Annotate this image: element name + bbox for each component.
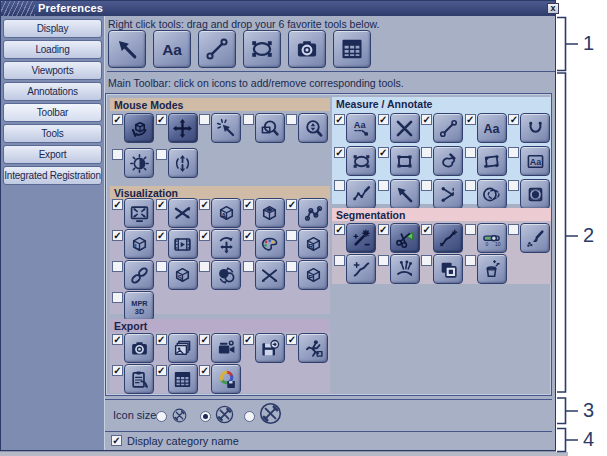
tool-button-pointer-sparkle[interactable]	[211, 113, 241, 143]
tool-button-roi-stamp[interactable]	[520, 179, 550, 209]
tool-button-zoom-region[interactable]	[255, 113, 285, 143]
checkbox-scissors-cut[interactable]: ✓	[378, 224, 389, 235]
tool-button-cross-marker[interactable]	[390, 113, 420, 143]
checkbox-cross-reference[interactable]	[243, 261, 254, 272]
tool-button-cube-orientation[interactable]	[255, 198, 285, 228]
tool-button-nudge-contour[interactable]	[390, 254, 420, 284]
tool-button-pan[interactable]	[168, 113, 198, 143]
checkbox-cube-orientation[interactable]: ✓	[243, 199, 254, 210]
checkbox-arrow-annotation[interactable]	[378, 180, 389, 191]
titlebar[interactable]: Preferences x	[1, 1, 555, 16]
tool-button-cube-a[interactable]: A	[211, 198, 241, 228]
checkbox-threshold-slider[interactable]	[465, 224, 476, 235]
favorite-tool-text-annotation[interactable]: Aa	[153, 30, 191, 68]
tool-button-quick-export[interactable]	[298, 333, 328, 363]
tool-button-line-measure[interactable]	[433, 113, 463, 143]
favorite-tool-snapshot-camera[interactable]	[288, 30, 326, 68]
favorite-tool-table-export[interactable]	[333, 30, 371, 68]
checkbox-stack-scroll[interactable]	[156, 149, 167, 160]
checkbox-copy-mask[interactable]	[421, 255, 432, 266]
checkbox-snapshot-camera[interactable]: ✓	[112, 334, 123, 345]
tool-button-paint-brush[interactable]	[520, 223, 550, 253]
tool-button-cube-p[interactable]: P	[298, 260, 328, 290]
checkbox-circle-intersect[interactable]	[465, 180, 476, 191]
icon-size-radio-small[interactable]	[156, 411, 167, 422]
sidebar-tab-loading[interactable]: Loading	[3, 40, 102, 59]
tool-button-cube-s[interactable]: S	[168, 260, 198, 290]
tool-button-arrow-annotation[interactable]	[390, 179, 420, 209]
checkbox-mpr-3d[interactable]	[112, 292, 123, 303]
tool-button-copy-mask[interactable]	[433, 254, 463, 284]
checkbox-text-box[interactable]	[508, 147, 519, 158]
checkbox-clipboard-copy[interactable]: ✓	[112, 365, 123, 376]
tool-button-mpr-cross[interactable]	[168, 198, 198, 228]
tool-button-freehand-roi[interactable]	[433, 146, 463, 176]
checkbox-text-arrow[interactable]: ✓	[334, 114, 345, 125]
tool-button-stack-scroll[interactable]	[168, 148, 198, 178]
tool-button-zoom-lens[interactable]	[298, 113, 328, 143]
favorite-tool-line-measure[interactable]	[198, 30, 236, 68]
sidebar-tab-display[interactable]: Display	[3, 19, 102, 38]
tool-button-cube-l[interactable]: L	[124, 229, 154, 259]
tool-button-save-disk[interactable]	[255, 333, 285, 363]
checkbox-cross-marker[interactable]: ✓	[378, 114, 389, 125]
checkbox-cube-p[interactable]	[286, 261, 297, 272]
checkbox-zoom-region[interactable]	[243, 114, 254, 125]
tool-button-table-export[interactable]	[168, 364, 198, 394]
tool-button-cine-film[interactable]	[168, 229, 198, 259]
sidebar-tab-export[interactable]: Export	[3, 145, 102, 164]
checkbox-rotate-pan-3d[interactable]: ✓	[199, 230, 210, 241]
checkbox-photo-stack[interactable]: ✓	[156, 334, 167, 345]
tool-button-fill-adjust[interactable]	[477, 254, 507, 284]
tool-button-text-box[interactable]: Aa	[520, 146, 550, 176]
tool-button-snapshot-camera[interactable]	[124, 333, 154, 363]
checkbox-fill-adjust[interactable]	[465, 255, 476, 266]
checkbox-mpr-cross[interactable]: ✓	[156, 199, 167, 210]
checkbox-curve-3d[interactable]: ✓	[286, 199, 297, 210]
tool-button-rotate-pan-3d[interactable]	[211, 229, 241, 259]
checkbox-magic-wand[interactable]: ✓	[334, 224, 345, 235]
tool-button-circle-intersect[interactable]	[477, 179, 507, 209]
checkbox-video-export[interactable]: ✓	[199, 334, 210, 345]
checkbox-cine-film[interactable]: ✓	[156, 230, 167, 241]
checkbox-line-measure[interactable]: ✓	[421, 114, 432, 125]
tool-button-curve-3d[interactable]	[298, 198, 328, 228]
checkbox-pointer-sparkle[interactable]	[199, 114, 210, 125]
tool-button-cube-r[interactable]: R	[298, 229, 328, 259]
sidebar-tab-tools[interactable]: Tools	[3, 124, 102, 143]
checkbox-fullscreen[interactable]: ✓	[112, 199, 123, 210]
checkbox-window-level[interactable]	[112, 149, 123, 160]
checkbox-angle-measure[interactable]	[421, 180, 432, 191]
tool-button-magic-wand[interactable]	[346, 223, 376, 253]
close-button[interactable]: x	[547, 3, 559, 14]
tool-button-ellipse-roi[interactable]	[346, 146, 376, 176]
checkbox-palette[interactable]: ✓	[243, 230, 254, 241]
tool-button-mpr-3d[interactable]: MPR3D	[124, 291, 154, 321]
checkbox-save-disk[interactable]: ✓	[243, 334, 254, 345]
favorite-tool-pointer-arrow[interactable]	[108, 30, 146, 68]
sidebar-tab-toolbar[interactable]: Toolbar	[3, 103, 102, 122]
checkbox-freehand-roi[interactable]	[421, 147, 432, 158]
tool-button-color-save[interactable]	[211, 364, 241, 394]
icon-size-radio-large[interactable]	[244, 411, 255, 422]
checkbox-polyline-pencil[interactable]	[334, 180, 345, 191]
checkbox-sync-lut[interactable]	[199, 261, 210, 272]
tool-button-clipboard-copy[interactable]	[124, 364, 154, 394]
tool-button-fullscreen[interactable]	[124, 198, 154, 228]
tool-button-palette[interactable]	[255, 229, 285, 259]
checkbox-quick-export[interactable]: ✓	[286, 334, 297, 345]
checkbox-contour-add[interactable]	[334, 255, 345, 266]
tool-button-photo-stack[interactable]	[168, 333, 198, 363]
checkbox-roi-stamp[interactable]	[508, 180, 519, 191]
tool-button-polyline-pencil[interactable]	[346, 179, 376, 209]
checkbox-text-annotation[interactable]: ✓	[465, 114, 476, 125]
tool-button-text-annotation[interactable]: Aa	[477, 113, 507, 143]
checkbox-cube-a[interactable]: ✓	[199, 199, 210, 210]
sidebar-tab-annotations[interactable]: Annotations	[3, 82, 102, 101]
tool-button-angle-measure[interactable]	[433, 179, 463, 209]
tool-button-window-level[interactable]	[124, 148, 154, 178]
checkbox-cube-r[interactable]	[286, 230, 297, 241]
checkbox-nudge-contour[interactable]	[378, 255, 389, 266]
checkbox-rect-roi[interactable]: ✓	[378, 147, 389, 158]
checkbox-livewire[interactable]: ✓	[421, 224, 432, 235]
